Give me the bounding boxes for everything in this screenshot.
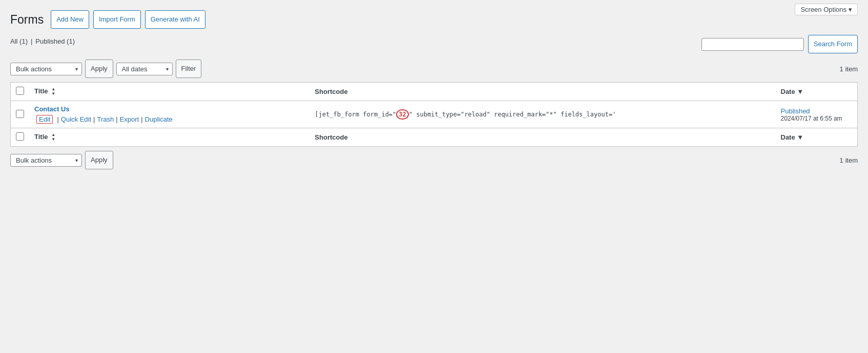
- date-sort-desc-icon: ▼: [797, 88, 803, 95]
- row-checkbox[interactable]: [16, 110, 24, 118]
- row-date-cell: Published 2024/07/17 at 6:55 am: [776, 101, 858, 128]
- edit-button[interactable]: Edit: [36, 115, 53, 124]
- filter-button[interactable]: Filter: [176, 60, 202, 78]
- action-separator-2: |: [93, 115, 95, 123]
- separator: |: [31, 37, 32, 45]
- form-title-link[interactable]: Contact Us: [34, 105, 70, 113]
- screen-options-button[interactable]: Screen Options ▾: [795, 4, 858, 15]
- row-title-cell: Contact Us Edit | Quick Edit | Trash | E…: [29, 101, 309, 128]
- col-footer-checkbox: [11, 128, 30, 147]
- table-row: Contact Us Edit | Quick Edit | Trash | E…: [11, 101, 858, 128]
- action-separator-3: |: [116, 115, 117, 123]
- apply-button-top[interactable]: Apply: [85, 60, 113, 78]
- search-input[interactable]: [701, 38, 804, 51]
- col-header-date[interactable]: Date ▼: [776, 83, 858, 101]
- page-title: Forms: [10, 13, 44, 27]
- all-dates-select[interactable]: All dates: [116, 63, 173, 75]
- tablenav-bottom: Bulk actions ▾ Apply 1 item: [10, 151, 858, 169]
- date-sort-desc-icon-footer: ▼: [797, 133, 803, 141]
- shortcode-text: [jet_fb_form form_id="32" submit_type="r…: [315, 111, 616, 118]
- add-new-button[interactable]: Add New: [51, 10, 89, 29]
- generate-with-ai-button[interactable]: Generate with AI: [145, 10, 205, 29]
- bulk-actions-select-bottom[interactable]: Bulk actions: [10, 154, 82, 167]
- item-count-top: 1 item: [840, 65, 858, 73]
- row-datetime: 2024/07/17 at 6:55 am: [781, 115, 853, 122]
- apply-button-bottom[interactable]: Apply: [85, 151, 113, 169]
- screen-options-chevron-icon: ▾: [849, 6, 852, 13]
- quick-edit-link[interactable]: Quick Edit: [61, 115, 91, 123]
- row-checkbox-cell: [11, 101, 30, 128]
- col-footer-shortcode: Shortcode: [309, 128, 775, 147]
- shortcode-pre: [jet_fb_form form_id=": [315, 111, 396, 118]
- all-dates-select-wrap: All dates ▾: [116, 63, 173, 75]
- tablenav-top: Bulk actions ▾ Apply All dates ▾ Filter …: [10, 60, 858, 78]
- trash-link[interactable]: Trash: [97, 115, 114, 123]
- col-header-checkbox: [11, 83, 30, 101]
- select-all-checkbox-top[interactable]: [16, 87, 24, 95]
- action-separator-1: |: [57, 115, 58, 123]
- action-separator-4: |: [141, 115, 142, 123]
- import-form-button[interactable]: Import Form: [93, 10, 141, 29]
- search-form-button[interactable]: Search Form: [808, 35, 858, 53]
- bulk-actions-select-top[interactable]: Bulk actions: [10, 63, 82, 75]
- filter-all-link[interactable]: All (1): [10, 37, 28, 45]
- export-link[interactable]: Export: [120, 115, 139, 123]
- filter-published-link[interactable]: Published (1): [35, 37, 75, 45]
- select-all-checkbox-bottom[interactable]: [16, 132, 24, 141]
- col-footer-date[interactable]: Date ▼: [776, 128, 858, 147]
- col-header-shortcode: Shortcode: [309, 83, 775, 101]
- bulk-actions-select-wrap-top: Bulk actions ▾: [10, 63, 82, 75]
- bulk-actions-select-wrap-bottom: Bulk actions ▾: [10, 154, 82, 167]
- screen-options-label: Screen Options: [800, 6, 846, 13]
- col-header-title[interactable]: Title ▲▼: [29, 83, 309, 101]
- row-status: Published: [781, 107, 853, 115]
- item-count-bottom: 1 item: [840, 156, 858, 164]
- title-sort-icon: ▲▼: [51, 87, 55, 96]
- forms-table: Title ▲▼ Shortcode Date ▼: [10, 82, 858, 147]
- title-sort-icon-footer: ▲▼: [51, 133, 55, 142]
- col-footer-title[interactable]: Title ▲▼: [29, 128, 309, 147]
- subsubsub-nav: All (1) | Published (1): [10, 37, 75, 45]
- shortcode-post: " submit_type="reload" required_mark="*"…: [409, 111, 616, 118]
- duplicate-link[interactable]: Duplicate: [145, 115, 173, 123]
- form-id-highlight: 32: [396, 111, 408, 118]
- row-shortcode-cell: [jet_fb_form form_id="32" submit_type="r…: [309, 101, 775, 128]
- row-actions: Edit | Quick Edit | Trash | Export | Dup…: [34, 115, 304, 124]
